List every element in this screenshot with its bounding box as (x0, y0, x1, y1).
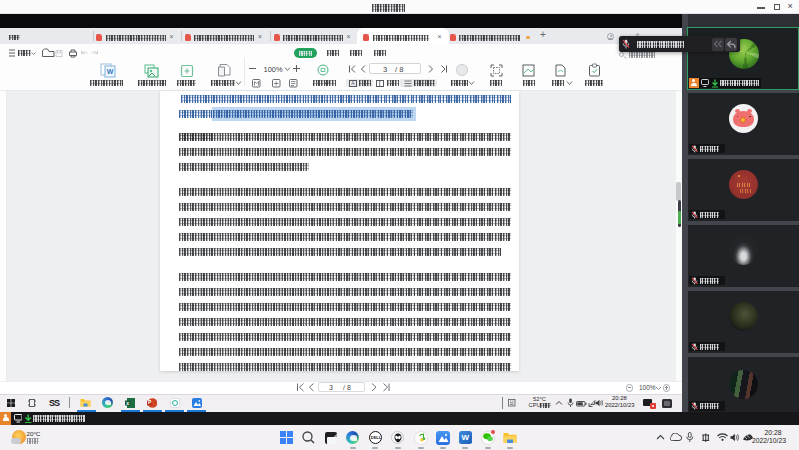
svg-text:A: A (351, 80, 355, 86)
svg-text:W: W (107, 68, 114, 75)
svg-text:x: x (126, 400, 129, 406)
